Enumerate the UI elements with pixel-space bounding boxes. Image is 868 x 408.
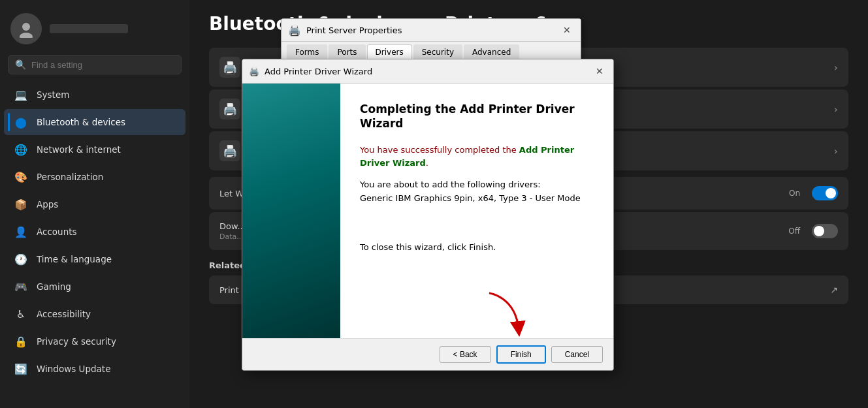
system-icon: 💻: [14, 88, 27, 101]
time-icon: 🕐: [14, 253, 27, 266]
chevron-right-icon-3: ›: [834, 145, 838, 157]
wizard-about-text: You are about to add the following drive…: [360, 180, 594, 189]
sidebar-user-section: [0, 7, 189, 55]
personalization-icon: 🎨: [14, 170, 27, 183]
wizard-heading: Completing the Add Printer Driver Wizard: [360, 102, 594, 131]
wizard-sidebar-image: [242, 84, 340, 338]
tab-forms[interactable]: Forms: [287, 44, 327, 59]
print-server-titlebar: 🖨️ Print Server Properties ✕: [281, 19, 581, 42]
sidebar-item-label: Bluetooth & devices: [37, 117, 125, 127]
back-button[interactable]: < Back: [440, 346, 491, 363]
sidebar-item-label: Time & language: [37, 254, 112, 264]
download-sublabel: Data...: [219, 232, 244, 241]
sidebar: 🔍 💻 System ⬤ Bluetooth & devices 🌐 Netwo…: [0, 0, 189, 408]
toggle-on-label: On: [789, 189, 800, 198]
tab-security[interactable]: Security: [413, 44, 462, 59]
chevron-right-icon-2: ›: [834, 103, 838, 116]
accounts-icon: 👤: [14, 225, 27, 238]
sidebar-item-apps[interactable]: 📦 Apps: [4, 191, 185, 217]
sidebar-item-label: Network & internet: [37, 144, 121, 155]
sidebar-item-label: System: [37, 89, 69, 100]
wizard-body: Completing the Add Printer Driver Wizard…: [242, 84, 613, 338]
chevron-right-icon: ›: [834, 61, 838, 74]
avatar: [10, 13, 42, 44]
wizard-cancel-button[interactable]: Cancel: [551, 346, 603, 363]
print-server-close-button[interactable]: ✕: [560, 23, 574, 37]
sidebar-item-bluetooth[interactable]: ⬤ Bluetooth & devices: [4, 109, 185, 135]
tab-ports[interactable]: Ports: [329, 44, 365, 59]
finish-button[interactable]: Finish: [496, 345, 546, 364]
toggle-off-label: Off: [788, 227, 800, 236]
username-placeholder: [50, 24, 128, 33]
sidebar-item-windowsupdate[interactable]: 🔄 Windows Update: [4, 356, 185, 382]
update-icon: 🔄: [14, 362, 27, 375]
sidebar-item-label: Privacy & security: [37, 336, 116, 347]
toggle-off[interactable]: [812, 224, 838, 238]
wizard-dialog-title: Add Printer Driver Wizard: [265, 67, 372, 76]
svg-point-1: [20, 33, 33, 38]
wizard-close-instruction: To close this wizard, click Finish.: [360, 242, 594, 252]
sidebar-item-system[interactable]: 💻 System: [4, 82, 185, 108]
sidebar-item-time[interactable]: 🕐 Time & language: [4, 246, 185, 272]
tab-drivers[interactable]: Drivers: [367, 44, 412, 60]
sidebar-item-label: Gaming: [37, 281, 71, 292]
printer-icon-3: 🖨️: [219, 140, 240, 161]
sidebar-item-network[interactable]: 🌐 Network & internet: [4, 136, 185, 163]
wizard-main-content: Completing the Add Printer Driver Wizard…: [340, 84, 613, 338]
sidebar-item-privacy[interactable]: 🔒 Privacy & security: [4, 328, 185, 354]
sidebar-item-label: Apps: [37, 199, 58, 210]
sidebar-item-label: Accounts: [37, 227, 77, 237]
sidebar-item-gaming[interactable]: 🎮 Gaming: [4, 274, 185, 300]
toggle-on[interactable]: [812, 186, 838, 200]
bluetooth-icon: ⬤: [14, 116, 27, 129]
gaming-icon: 🎮: [14, 280, 27, 293]
wizard-close-button[interactable]: ✕: [592, 64, 607, 78]
external-link-icon: ↗: [830, 285, 838, 295]
wizard-driver-name: Generic IBM Graphics 9pin, x64, Type 3 -…: [360, 193, 594, 203]
accessibility-icon: ♿: [14, 307, 27, 321]
wizard-success-text: You have successfully completed the Add …: [360, 144, 594, 169]
search-input[interactable]: [31, 60, 174, 70]
add-printer-wizard-dialog: 🖨️ Add Printer Driver Wizard ✕ Completin…: [242, 59, 614, 371]
sidebar-item-label: Accessibility: [37, 309, 91, 319]
sidebar-item-accounts[interactable]: 👤 Accounts: [4, 219, 185, 245]
tab-advanced[interactable]: Advanced: [464, 44, 519, 59]
sidebar-item-personalization[interactable]: 🎨 Personalization: [4, 164, 185, 190]
search-box[interactable]: 🔍: [8, 55, 182, 74]
print-server-title-icon: 🖨️: [288, 24, 301, 37]
print-server-dialog-title: Print Server Properties: [306, 25, 402, 35]
network-icon: 🌐: [14, 143, 27, 156]
search-icon: 🔍: [15, 59, 26, 70]
printer-icon: 🖨️: [219, 57, 240, 78]
wizard-titlebar: 🖨️ Add Printer Driver Wizard ✕: [242, 59, 613, 84]
svg-point-0: [22, 23, 30, 31]
apps-icon: 📦: [14, 198, 27, 211]
sidebar-item-accessibility[interactable]: ♿ Accessibility: [4, 301, 185, 327]
privacy-icon: 🔒: [14, 335, 27, 348]
printer-icon-2: 🖨️: [219, 99, 240, 119]
sidebar-item-label: Personalization: [37, 172, 103, 182]
sidebar-item-label: Windows Update: [37, 364, 110, 374]
print-server-tabs: Forms Ports Drivers Security Advanced: [281, 42, 581, 60]
wizard-footer: < Back Finish Cancel: [242, 338, 613, 370]
wizard-title-icon: 🖨️: [249, 67, 259, 76]
